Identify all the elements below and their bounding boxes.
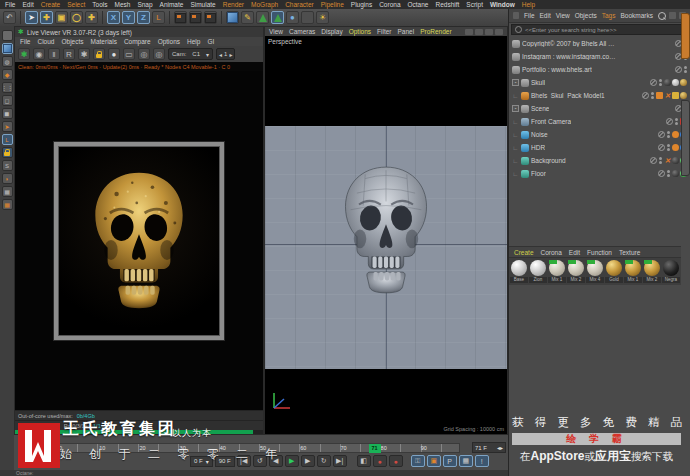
visibility-toggle[interactable] <box>658 144 665 151</box>
material-tag-gold[interactable] <box>680 79 687 86</box>
phong-tag[interactable]: ✕ <box>664 92 671 99</box>
edges-mode-icon[interactable]: ◻ <box>2 95 13 106</box>
octane-env-tag[interactable] <box>672 131 679 138</box>
collapse-icon[interactable]: - <box>512 105 519 112</box>
material-item[interactable]: Negra <box>662 260 680 283</box>
lv-menu-materials[interactable]: Materials <box>91 38 117 45</box>
gray-skull-model[interactable] <box>334 164 438 297</box>
add-camera-icon[interactable] <box>301 11 314 24</box>
subframe-stepper[interactable]: ◂ 1 ▸ <box>216 48 235 60</box>
live-viewer-titlebar[interactable]: ✱ Live Viewer VR 3.07-R2 (3 days left) <box>15 27 263 37</box>
menu-help[interactable]: Help <box>522 1 535 8</box>
object-row-floor[interactable]: ∟ Floor <box>509 167 690 180</box>
material-item[interactable]: Base <box>510 260 528 283</box>
om-menu-file[interactable]: File <box>524 12 534 19</box>
rotate-tool-icon[interactable]: ◯ <box>70 11 83 24</box>
menu-create[interactable]: Create <box>41 1 61 8</box>
material-item[interactable]: Mix 2 <box>643 260 661 283</box>
object-row-instagram[interactable]: Instagram : www.instagram.com/bhels <box>509 50 690 63</box>
snapshot-button[interactable]: ▦ <box>459 455 473 467</box>
material-pick-icon[interactable]: ◎ <box>153 48 165 60</box>
object-row-model[interactable]: ∟ Bhels_Skul_Pack Model1 ✕ <box>509 89 690 102</box>
lv-menu-cloud[interactable]: Cloud <box>37 38 54 45</box>
scale-tool-icon[interactable]: ▣ <box>55 11 68 24</box>
workplane-snap-icon[interactable]: ▦ <box>2 199 13 210</box>
object-row-skull[interactable]: - Skull <box>509 76 690 89</box>
goto-end-button[interactable]: ▶| <box>333 455 347 467</box>
menu-snap[interactable]: Snap <box>137 1 152 8</box>
add-cube-icon[interactable] <box>226 11 239 24</box>
menu-octane[interactable]: Octane <box>408 1 429 8</box>
object-row-scene[interactable]: - Scene <box>509 102 690 115</box>
keyframe-selection-button[interactable]: ⚿ <box>411 455 425 467</box>
menu-mograph[interactable]: MoGraph <box>251 1 278 8</box>
uvw-tag[interactable] <box>672 92 679 99</box>
vp-menu-options[interactable]: Options <box>349 28 371 35</box>
visibility-toggle[interactable] <box>642 92 649 99</box>
points-mode-icon[interactable]: ⋮⋮ <box>2 82 13 93</box>
material-tag-gray[interactable] <box>672 79 679 86</box>
panel-menu-icon[interactable] <box>513 12 519 19</box>
mat-menu-corona[interactable]: Corona <box>541 249 562 256</box>
menu-tools[interactable]: Tools <box>92 1 107 8</box>
next-frame-button[interactable]: ▶ <box>301 455 315 467</box>
magnet-icon[interactable]: ◗ <box>2 173 13 184</box>
filter-icon[interactable] <box>669 12 676 19</box>
lv-menu-help[interactable]: Help <box>187 38 200 45</box>
menu-edit[interactable]: Edit <box>22 1 33 8</box>
settings-gear-icon[interactable]: ✱ <box>78 48 90 60</box>
polygons-mode-icon[interactable]: ◼ <box>2 108 13 119</box>
keyframe-record-button[interactable]: ▣ <box>427 455 441 467</box>
y-axis-lock-icon[interactable]: Y <box>122 11 135 24</box>
record-button[interactable]: ● <box>373 455 387 467</box>
undo-icon[interactable]: ↶ <box>3 11 16 24</box>
visibility-toggle[interactable] <box>650 157 657 164</box>
object-row-copyright[interactable]: Copyright© 2007 by Bhels All Rights Rese… <box>509 37 690 50</box>
z-axis-lock-icon[interactable]: Z <box>137 11 150 24</box>
lv-menu-gi[interactable]: GI <box>207 38 214 45</box>
toggle-view-icon[interactable] <box>495 29 503 35</box>
vp-menu-display[interactable]: Display <box>321 28 342 35</box>
phong-tag[interactable]: ✕ <box>664 157 671 164</box>
visibility-toggle[interactable] <box>658 170 665 177</box>
vp-menu-panel[interactable]: Panel <box>398 28 415 35</box>
snap-icon[interactable]: S <box>2 160 13 171</box>
add-spline-icon[interactable]: ✎ <box>241 11 254 24</box>
stepper-right-icon[interactable]: ▸ <box>229 51 232 58</box>
play-button[interactable]: ▶ <box>285 455 299 467</box>
material-item[interactable]: Zion <box>529 260 547 283</box>
texture-paint-icon[interactable] <box>2 30 13 41</box>
visibility-toggle[interactable] <box>675 66 682 73</box>
vp-menu-filter[interactable]: Filter <box>377 28 391 35</box>
vp-menu-prorender[interactable]: ProRender <box>420 28 451 35</box>
menu-pipeline[interactable]: Pipeline <box>321 1 344 8</box>
om-menu-view[interactable]: View <box>556 12 570 19</box>
lv-menu-options[interactable]: Options <box>158 38 180 45</box>
add-generator-icon[interactable] <box>256 11 269 24</box>
visibility-toggle[interactable] <box>666 118 673 125</box>
stepper-left-icon[interactable]: ◂ <box>219 51 222 58</box>
menu-window[interactable]: Window <box>490 1 515 8</box>
stop-render-icon[interactable]: ◉ <box>33 48 45 60</box>
render-picture-viewer-icon[interactable] <box>189 11 202 24</box>
material-tag-dark[interactable] <box>664 79 671 86</box>
film-region-icon[interactable]: ▭ <box>123 48 135 60</box>
material-item[interactable]: Mix 1 <box>624 260 642 283</box>
coord-system-icon[interactable]: L <box>152 11 165 24</box>
menu-mesh[interactable]: Mesh <box>114 1 130 8</box>
search-scope-icon[interactable] <box>515 26 522 33</box>
menu-plugins[interactable]: Plugins <box>351 1 372 8</box>
render-view[interactable] <box>15 71 263 410</box>
mat-menu-edit[interactable]: Edit <box>569 249 580 256</box>
side-tab-attributes[interactable] <box>681 100 690 176</box>
grid-quantize-icon[interactable]: ▦ <box>2 186 13 197</box>
spinner-icons[interactable]: ◂▸ <box>497 444 503 451</box>
object-row-front-camera[interactable]: ∟ Front Camera <box>509 115 690 128</box>
rotate-view-icon[interactable] <box>485 29 493 35</box>
live-selection-icon[interactable]: ➤ <box>25 11 38 24</box>
om-menu-tags[interactable]: Tags <box>602 12 616 19</box>
render-settings-icon[interactable] <box>204 11 217 24</box>
material-item[interactable]: Mix 4 <box>586 260 604 283</box>
menu-select[interactable]: Select <box>67 1 85 8</box>
menu-redshift[interactable]: Redshift <box>435 1 459 8</box>
